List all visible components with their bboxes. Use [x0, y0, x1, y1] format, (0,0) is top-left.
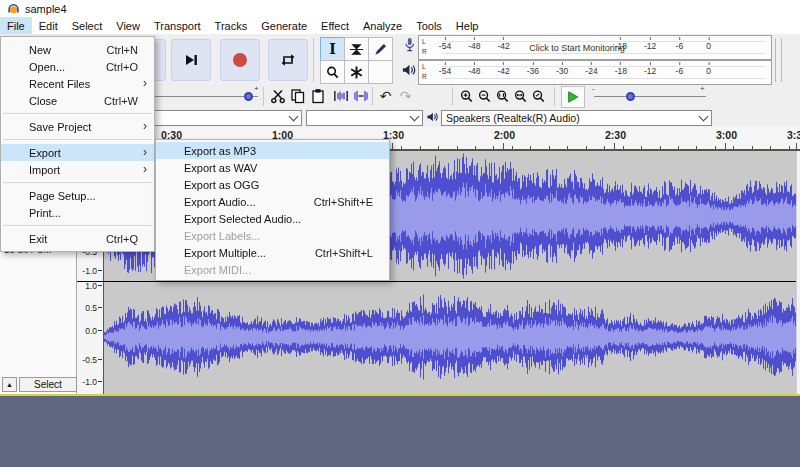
playback-device-value: Speakers (Realtek(R) Audio)	[446, 112, 580, 124]
menubar-item-tools[interactable]: Tools	[409, 17, 449, 34]
zoom-in-button[interactable]	[457, 86, 475, 106]
undo-button[interactable]: ↶	[376, 86, 395, 106]
export-menu-item-export-as-mp3[interactable]: Export as MP3	[156, 142, 389, 159]
menu-item-label: Import	[29, 164, 60, 176]
menubar-item-effect[interactable]: Effect	[314, 17, 356, 34]
monitor-prompt[interactable]: Click to Start Monitoring	[529, 43, 625, 53]
menubar-item-edit[interactable]: Edit	[32, 17, 65, 34]
menubar-item-view[interactable]: View	[109, 17, 147, 34]
draw-tool-button[interactable]	[368, 37, 393, 61]
meter-tick-label: -12	[644, 67, 656, 76]
playback-meter-speaker-button[interactable]	[398, 60, 420, 80]
record-button[interactable]	[220, 39, 260, 81]
file-menu-item-exit[interactable]: ExitCtrl+Q	[1, 230, 154, 247]
zoom-toggle-icon	[531, 89, 546, 104]
file-menu-item-new[interactable]: NewCtrl+N	[1, 41, 154, 58]
skip-to-end-button[interactable]	[171, 39, 211, 81]
tick-mark	[708, 37, 709, 40]
meter-tick-label: -24	[585, 67, 597, 76]
recording-volume-thumb[interactable]	[244, 92, 253, 101]
export-submenu: Export as MP3Export as WAVExport as OGGE…	[155, 139, 390, 281]
file-menu-item-close[interactable]: CloseCtrl+W	[1, 92, 154, 109]
menu-item-label: Exit	[29, 233, 47, 245]
multi-tool-button[interactable]	[344, 60, 369, 84]
play-at-speed-icon	[566, 90, 580, 104]
menu-item-label: Open...	[29, 61, 65, 73]
export-menu-item-export-audio[interactable]: Export Audio...Ctrl+Shift+E	[156, 193, 389, 210]
meter-channel-label-L: L	[422, 64, 426, 71]
record-meter-mic-button[interactable]	[398, 35, 420, 55]
file-menu-item-print[interactable]: Print...	[1, 204, 154, 221]
play-speed-slider[interactable]	[594, 96, 706, 97]
ruler-scale-label: -0.5	[82, 356, 97, 365]
tick-mark	[591, 62, 592, 65]
recording-meter[interactable]: L R Click to Start Monitoring -54-48-42-…	[418, 35, 772, 60]
zoom-fit-project-button[interactable]	[511, 86, 529, 106]
selection-tool-button[interactable]: I	[320, 37, 345, 61]
timeline-minor-tick	[530, 146, 531, 149]
meter-tick-label: -6	[676, 42, 684, 51]
menubar-item-help[interactable]: Help	[449, 17, 486, 34]
meter-channel-label-R: R	[422, 49, 427, 56]
zoom-selection-button[interactable]	[493, 86, 511, 106]
envelope-tool-button[interactable]	[344, 37, 369, 61]
menubar-item-analyze[interactable]: Analyze	[356, 17, 409, 34]
menu-item-shortcut: Ctrl+O	[106, 61, 146, 73]
file-menu-item-open[interactable]: Open...Ctrl+O	[1, 58, 154, 75]
menubar-item-file[interactable]: File	[0, 17, 32, 34]
timeline-minor-tick	[715, 146, 716, 149]
export-menu-item-export-midi: Export MIDI...	[156, 261, 389, 278]
menu-item-shortcut: Ctrl+W	[104, 95, 146, 107]
track-collapse-button[interactable]: ▲	[2, 377, 17, 392]
redo-button[interactable]: ↷	[396, 86, 415, 106]
cut-button[interactable]	[268, 86, 287, 106]
menubar-item-tracks[interactable]: Tracks	[208, 17, 255, 34]
export-menu-item-export-as-ogg[interactable]: Export as OGG	[156, 176, 389, 193]
ruler-scale-label: 0.5	[85, 304, 97, 313]
track-select-button[interactable]: Select	[19, 377, 77, 392]
play-speed-thumb[interactable]	[626, 92, 635, 101]
vertical-scrollbar[interactable]	[796, 151, 800, 394]
menu-separator	[3, 182, 152, 183]
timeline-major-tick	[796, 143, 797, 149]
channel-divider	[77, 281, 796, 282]
paste-icon	[310, 88, 326, 104]
title-bar: sample4	[0, 0, 800, 17]
menu-item-label: Export Multiple...	[184, 247, 266, 259]
timeline-minor-tick	[789, 146, 790, 149]
playback-device-dropdown[interactable]: Speakers (Realtek(R) Audio)	[441, 110, 712, 126]
microphone-icon	[403, 36, 416, 54]
timeline-major-tick	[725, 143, 726, 149]
play-at-speed-button[interactable]	[561, 86, 585, 108]
zoom-out-button[interactable]	[475, 86, 493, 106]
zoom-toggle-button[interactable]	[529, 86, 547, 106]
export-menu-item-export-multiple[interactable]: Export Multiple...Ctrl+Shift+L	[156, 244, 389, 261]
copy-button[interactable]	[288, 86, 307, 106]
file-menu-item-import[interactable]: Import›	[1, 161, 154, 178]
file-menu-item-page-setup[interactable]: Page Setup...	[1, 187, 154, 204]
paste-button[interactable]	[308, 86, 327, 106]
playback-meter[interactable]: L R -54-48-42-36-30-24-18-12-60	[418, 60, 772, 85]
tick-mark	[679, 62, 680, 65]
meter-resize-grip[interactable]	[775, 38, 782, 82]
file-menu-item-export[interactable]: Export›	[1, 144, 154, 161]
recording-channels-dropdown[interactable]	[306, 110, 423, 126]
menubar-item-transport[interactable]: Transport	[147, 17, 208, 34]
export-menu-item-export-selected-audio[interactable]: Export Selected Audio...	[156, 210, 389, 227]
loop-button[interactable]	[268, 39, 308, 81]
recording-device-dropdown[interactable]	[150, 110, 302, 126]
tick-mark	[708, 62, 709, 65]
speed-plus-mark: +	[700, 85, 705, 93]
trim-audio-button[interactable]	[331, 86, 350, 106]
timeline-major-tick	[392, 143, 393, 149]
export-menu-item-export-as-wav[interactable]: Export as WAV	[156, 159, 389, 176]
file-menu-item-recent-files[interactable]: Recent Files›	[1, 75, 154, 92]
meter-tick-label: -12	[644, 42, 656, 51]
menubar-item-select[interactable]: Select	[65, 17, 110, 34]
menubar-item-generate[interactable]: Generate	[254, 17, 314, 34]
speaker-icon	[401, 63, 417, 77]
file-menu-item-save-project[interactable]: Save Project›	[1, 118, 154, 135]
meter-tick: -54	[439, 61, 451, 76]
zoom-tool-button[interactable]	[320, 60, 345, 84]
silence-audio-button[interactable]	[351, 86, 370, 106]
